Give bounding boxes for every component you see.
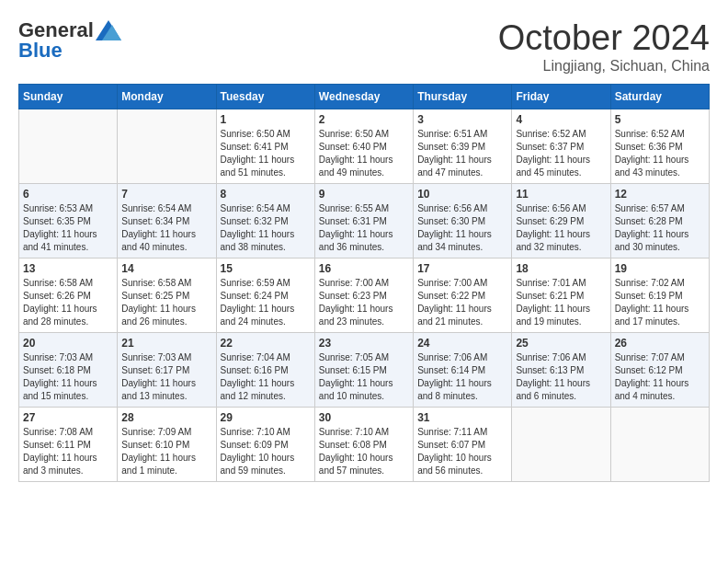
month-title: October 2024 (498, 18, 710, 58)
calendar-table: SundayMondayTuesdayWednesdayThursdayFrid… (18, 84, 710, 482)
day-number: 4 (516, 113, 606, 126)
calendar-cell: 5Sunrise: 6:52 AM Sunset: 6:36 PM Daylig… (610, 109, 709, 184)
day-detail: Sunrise: 6:52 AM Sunset: 6:36 PM Dayligh… (615, 128, 705, 179)
day-detail: Sunrise: 6:51 AM Sunset: 6:39 PM Dayligh… (417, 128, 507, 179)
weekday-header: Friday (512, 85, 610, 109)
page-header: General Blue October 2024 Lingjiang, Sic… (18, 18, 710, 75)
calendar-cell: 30Sunrise: 7:10 AM Sunset: 6:08 PM Dayli… (314, 408, 413, 482)
day-detail: Sunrise: 6:50 AM Sunset: 6:41 PM Dayligh… (221, 128, 311, 179)
day-number: 3 (417, 113, 507, 126)
calendar-cell: 28Sunrise: 7:09 AM Sunset: 6:10 PM Dayli… (118, 408, 216, 482)
title-section: October 2024 Lingjiang, Sichuan, China (498, 18, 710, 75)
day-detail: Sunrise: 7:05 AM Sunset: 6:15 PM Dayligh… (319, 351, 409, 403)
weekday-header: Sunday (19, 85, 118, 109)
calendar-cell: 20Sunrise: 7:03 AM Sunset: 6:18 PM Dayli… (19, 333, 118, 408)
calendar-cell: 24Sunrise: 7:06 AM Sunset: 6:14 PM Dayli… (414, 333, 512, 408)
day-detail: Sunrise: 6:50 AM Sunset: 6:40 PM Dayligh… (319, 128, 409, 179)
day-detail: Sunrise: 7:11 AM Sunset: 6:07 PM Dayligh… (417, 426, 507, 477)
calendar-cell: 18Sunrise: 7:01 AM Sunset: 6:21 PM Dayli… (512, 259, 610, 333)
calendar-cell: 25Sunrise: 7:06 AM Sunset: 6:13 PM Dayli… (512, 333, 610, 408)
day-number: 9 (319, 188, 409, 201)
calendar-cell: 7Sunrise: 6:54 AM Sunset: 6:34 PM Daylig… (118, 184, 216, 259)
day-number: 20 (23, 337, 113, 350)
day-detail: Sunrise: 7:00 AM Sunset: 6:22 PM Dayligh… (417, 277, 507, 328)
day-detail: Sunrise: 7:03 AM Sunset: 6:17 PM Dayligh… (121, 351, 211, 403)
day-detail: Sunrise: 6:52 AM Sunset: 6:37 PM Dayligh… (516, 128, 606, 179)
day-number: 22 (221, 337, 311, 350)
calendar-cell: 26Sunrise: 7:07 AM Sunset: 6:12 PM Dayli… (610, 333, 709, 408)
calendar-cell: 13Sunrise: 6:58 AM Sunset: 6:26 PM Dayli… (19, 259, 118, 333)
day-detail: Sunrise: 6:57 AM Sunset: 6:28 PM Dayligh… (615, 202, 705, 254)
logo-blue: Blue (18, 39, 63, 63)
day-number: 21 (121, 337, 211, 350)
calendar-cell: 16Sunrise: 7:00 AM Sunset: 6:23 PM Dayli… (314, 259, 413, 333)
day-number: 13 (23, 262, 113, 275)
calendar-header-row: SundayMondayTuesdayWednesdayThursdayFrid… (19, 85, 710, 109)
day-number: 16 (319, 262, 409, 275)
weekday-header: Monday (118, 85, 216, 109)
day-detail: Sunrise: 6:54 AM Sunset: 6:32 PM Dayligh… (221, 202, 311, 254)
calendar-cell: 2Sunrise: 6:50 AM Sunset: 6:40 PM Daylig… (314, 109, 413, 184)
day-detail: Sunrise: 6:56 AM Sunset: 6:30 PM Dayligh… (417, 202, 507, 254)
calendar-week-row: 1Sunrise: 6:50 AM Sunset: 6:41 PM Daylig… (19, 109, 710, 184)
day-detail: Sunrise: 7:00 AM Sunset: 6:23 PM Dayligh… (319, 277, 409, 328)
calendar-cell: 9Sunrise: 6:55 AM Sunset: 6:31 PM Daylig… (314, 184, 413, 259)
day-number: 24 (417, 337, 507, 350)
day-detail: Sunrise: 6:53 AM Sunset: 6:35 PM Dayligh… (23, 202, 113, 254)
day-detail: Sunrise: 6:59 AM Sunset: 6:24 PM Dayligh… (221, 277, 311, 328)
calendar-cell: 1Sunrise: 6:50 AM Sunset: 6:41 PM Daylig… (216, 109, 314, 184)
calendar-cell (118, 109, 216, 184)
calendar-cell: 4Sunrise: 6:52 AM Sunset: 6:37 PM Daylig… (512, 109, 610, 184)
day-detail: Sunrise: 7:10 AM Sunset: 6:08 PM Dayligh… (319, 426, 409, 477)
calendar-cell: 21Sunrise: 7:03 AM Sunset: 6:17 PM Dayli… (118, 333, 216, 408)
calendar-cell: 11Sunrise: 6:56 AM Sunset: 6:29 PM Dayli… (512, 184, 610, 259)
calendar-week-row: 20Sunrise: 7:03 AM Sunset: 6:18 PM Dayli… (19, 333, 710, 408)
day-number: 19 (615, 262, 705, 275)
calendar-week-row: 27Sunrise: 7:08 AM Sunset: 6:11 PM Dayli… (19, 408, 710, 482)
day-number: 5 (615, 113, 705, 126)
calendar-cell: 6Sunrise: 6:53 AM Sunset: 6:35 PM Daylig… (19, 184, 118, 259)
day-number: 17 (417, 262, 507, 275)
weekday-header: Tuesday (216, 85, 314, 109)
calendar-cell (610, 408, 709, 482)
day-detail: Sunrise: 6:55 AM Sunset: 6:31 PM Dayligh… (319, 202, 409, 254)
calendar-cell: 27Sunrise: 7:08 AM Sunset: 6:11 PM Dayli… (19, 408, 118, 482)
day-detail: Sunrise: 6:58 AM Sunset: 6:26 PM Dayligh… (23, 277, 113, 328)
day-detail: Sunrise: 7:04 AM Sunset: 6:16 PM Dayligh… (221, 351, 311, 403)
calendar-cell: 31Sunrise: 7:11 AM Sunset: 6:07 PM Dayli… (414, 408, 512, 482)
day-number: 10 (417, 188, 507, 201)
day-number: 14 (121, 262, 211, 275)
calendar-cell: 15Sunrise: 6:59 AM Sunset: 6:24 PM Dayli… (216, 259, 314, 333)
location: Lingjiang, Sichuan, China (498, 58, 710, 75)
day-number: 26 (615, 337, 705, 350)
day-number: 27 (23, 411, 113, 424)
day-number: 30 (319, 411, 409, 424)
day-number: 23 (319, 337, 409, 350)
day-detail: Sunrise: 7:06 AM Sunset: 6:14 PM Dayligh… (417, 351, 507, 403)
calendar-cell: 14Sunrise: 6:58 AM Sunset: 6:25 PM Dayli… (118, 259, 216, 333)
calendar-cell: 22Sunrise: 7:04 AM Sunset: 6:16 PM Dayli… (216, 333, 314, 408)
weekday-header: Saturday (610, 85, 709, 109)
day-detail: Sunrise: 7:08 AM Sunset: 6:11 PM Dayligh… (23, 426, 113, 477)
weekday-header: Wednesday (314, 85, 413, 109)
calendar-cell: 17Sunrise: 7:00 AM Sunset: 6:22 PM Dayli… (414, 259, 512, 333)
calendar-cell: 19Sunrise: 7:02 AM Sunset: 6:19 PM Dayli… (610, 259, 709, 333)
day-number: 2 (319, 113, 409, 126)
calendar-week-row: 13Sunrise: 6:58 AM Sunset: 6:26 PM Dayli… (19, 259, 710, 333)
day-number: 6 (23, 188, 113, 201)
weekday-header: Thursday (414, 85, 512, 109)
calendar-cell: 23Sunrise: 7:05 AM Sunset: 6:15 PM Dayli… (314, 333, 413, 408)
day-number: 15 (221, 262, 311, 275)
day-detail: Sunrise: 7:07 AM Sunset: 6:12 PM Dayligh… (615, 351, 705, 403)
day-number: 8 (221, 188, 311, 201)
calendar-cell: 8Sunrise: 6:54 AM Sunset: 6:32 PM Daylig… (216, 184, 314, 259)
day-detail: Sunrise: 6:56 AM Sunset: 6:29 PM Dayligh… (516, 202, 606, 254)
day-number: 12 (615, 188, 705, 201)
day-number: 31 (417, 411, 507, 424)
calendar-cell: 29Sunrise: 7:10 AM Sunset: 6:09 PM Dayli… (216, 408, 314, 482)
calendar-cell: 12Sunrise: 6:57 AM Sunset: 6:28 PM Dayli… (610, 184, 709, 259)
day-detail: Sunrise: 7:02 AM Sunset: 6:19 PM Dayligh… (615, 277, 705, 328)
day-number: 28 (121, 411, 211, 424)
day-detail: Sunrise: 7:09 AM Sunset: 6:10 PM Dayligh… (121, 426, 211, 477)
day-detail: Sunrise: 7:10 AM Sunset: 6:09 PM Dayligh… (221, 426, 311, 477)
